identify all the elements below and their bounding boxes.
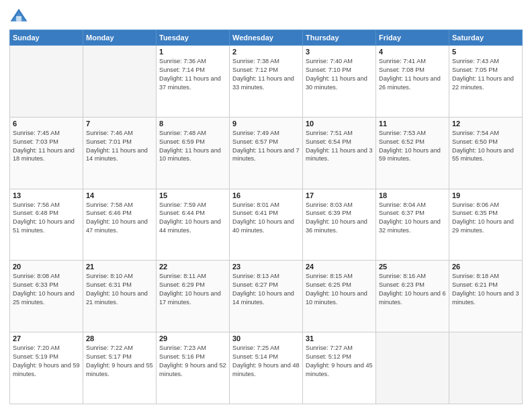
day-info: Sunrise: 7:46 AMSunset: 7:01 PMDaylight:… [86, 129, 153, 164]
day-info: Sunrise: 7:20 AMSunset: 5:19 PMDaylight:… [13, 344, 80, 379]
day-number: 31 [306, 334, 373, 342]
day-info: Sunrise: 7:45 AMSunset: 7:03 PMDaylight:… [13, 129, 80, 164]
day-info: Sunrise: 8:08 AMSunset: 6:33 PMDaylight:… [13, 272, 80, 307]
weekday-header-row: SundayMondayTuesdayWednesdayThursdayFrid… [10, 30, 523, 46]
calendar-cell: 13Sunrise: 7:56 AMSunset: 6:48 PMDayligh… [10, 189, 83, 261]
calendar-cell: 29Sunrise: 7:23 AMSunset: 5:16 PMDayligh… [157, 332, 230, 404]
day-info: Sunrise: 7:49 AMSunset: 6:57 PMDaylight:… [232, 129, 300, 164]
day-info: Sunrise: 7:22 AMSunset: 5:17 PMDaylight:… [86, 344, 153, 379]
day-number: 14 [86, 191, 153, 199]
day-info: Sunrise: 7:43 AMSunset: 7:05 PMDaylight:… [452, 57, 519, 92]
calendar-cell [376, 332, 449, 404]
day-number: 16 [232, 191, 300, 199]
calendar-cell: 8Sunrise: 7:48 AMSunset: 6:59 PMDaylight… [157, 117, 230, 189]
day-number: 12 [452, 120, 519, 128]
day-info: Sunrise: 7:51 AMSunset: 6:54 PMDaylight:… [306, 129, 373, 164]
day-number: 15 [159, 191, 226, 199]
calendar-cell: 3Sunrise: 7:40 AMSunset: 7:10 PMDaylight… [303, 46, 376, 118]
weekday-header-monday: Monday [83, 30, 157, 46]
calendar-cell: 1Sunrise: 7:36 AMSunset: 7:14 PMDaylight… [157, 46, 230, 118]
day-info: Sunrise: 8:15 AMSunset: 6:25 PMDaylight:… [306, 272, 373, 307]
day-info: Sunrise: 8:10 AMSunset: 6:31 PMDaylight:… [86, 272, 153, 307]
weekday-header-tuesday: Tuesday [157, 30, 230, 46]
day-info: Sunrise: 8:04 AMSunset: 6:37 PMDaylight:… [379, 201, 446, 236]
day-info: Sunrise: 8:16 AMSunset: 6:23 PMDaylight:… [379, 272, 446, 307]
weekday-header-sunday: Sunday [10, 30, 83, 46]
day-number: 25 [379, 263, 446, 271]
calendar-cell: 5Sunrise: 7:43 AMSunset: 7:05 PMDaylight… [449, 46, 523, 118]
day-info: Sunrise: 7:56 AMSunset: 6:48 PMDaylight:… [13, 201, 80, 236]
calendar-cell: 18Sunrise: 8:04 AMSunset: 6:37 PMDayligh… [376, 189, 449, 261]
day-info: Sunrise: 7:54 AMSunset: 6:50 PMDaylight:… [452, 129, 519, 164]
day-info: Sunrise: 7:59 AMSunset: 6:44 PMDaylight:… [159, 201, 226, 236]
day-number: 28 [86, 334, 153, 342]
day-number: 10 [306, 120, 373, 128]
day-number: 22 [159, 263, 226, 271]
day-number: 27 [13, 334, 80, 342]
day-info: Sunrise: 7:58 AMSunset: 6:46 PMDaylight:… [86, 201, 153, 236]
calendar-cell: 16Sunrise: 8:01 AMSunset: 6:41 PMDayligh… [230, 189, 303, 261]
day-number: 30 [232, 334, 300, 342]
day-number: 3 [306, 48, 373, 56]
calendar-cell: 6Sunrise: 7:45 AMSunset: 7:03 PMDaylight… [10, 117, 83, 189]
calendar-cell: 2Sunrise: 7:38 AMSunset: 7:12 PMDaylight… [230, 46, 303, 118]
day-number: 5 [452, 48, 519, 56]
day-number: 23 [232, 263, 300, 271]
week-row-4: 20Sunrise: 8:08 AMSunset: 6:33 PMDayligh… [10, 261, 523, 332]
weekday-header-thursday: Thursday [303, 30, 376, 46]
day-info: Sunrise: 7:48 AMSunset: 6:59 PMDaylight:… [159, 129, 226, 164]
logo [9, 7, 31, 26]
day-number: 9 [232, 120, 300, 128]
day-number: 7 [86, 120, 153, 128]
day-number: 1 [159, 48, 226, 56]
calendar-cell: 22Sunrise: 8:11 AMSunset: 6:29 PMDayligh… [157, 261, 230, 332]
weekday-header-friday: Friday [376, 30, 449, 46]
calendar-cell: 12Sunrise: 7:54 AMSunset: 6:50 PMDayligh… [449, 117, 523, 189]
weekday-header-saturday: Saturday [449, 30, 523, 46]
day-number: 29 [159, 334, 226, 342]
day-info: Sunrise: 7:23 AMSunset: 5:16 PMDaylight:… [159, 344, 226, 379]
day-number: 24 [306, 263, 373, 271]
calendar-cell: 25Sunrise: 8:16 AMSunset: 6:23 PMDayligh… [376, 261, 449, 332]
day-info: Sunrise: 7:27 AMSunset: 5:12 PMDaylight:… [306, 344, 373, 379]
calendar-cell: 24Sunrise: 8:15 AMSunset: 6:25 PMDayligh… [303, 261, 376, 332]
day-number: 20 [13, 263, 80, 271]
day-info: Sunrise: 8:13 AMSunset: 6:27 PMDaylight:… [232, 272, 300, 307]
calendar-cell: 10Sunrise: 7:51 AMSunset: 6:54 PMDayligh… [303, 117, 376, 189]
day-info: Sunrise: 8:11 AMSunset: 6:29 PMDaylight:… [159, 272, 226, 307]
calendar-cell: 7Sunrise: 7:46 AMSunset: 7:01 PMDaylight… [83, 117, 157, 189]
calendar-cell: 19Sunrise: 8:06 AMSunset: 6:35 PMDayligh… [449, 189, 523, 261]
day-info: Sunrise: 8:01 AMSunset: 6:41 PMDaylight:… [232, 201, 300, 236]
day-info: Sunrise: 8:18 AMSunset: 6:21 PMDaylight:… [452, 272, 519, 307]
week-row-1: 1Sunrise: 7:36 AMSunset: 7:14 PMDaylight… [10, 46, 523, 118]
week-row-3: 13Sunrise: 7:56 AMSunset: 6:48 PMDayligh… [10, 189, 523, 261]
day-number: 4 [379, 48, 446, 56]
day-number: 18 [379, 191, 446, 199]
calendar-cell: 9Sunrise: 7:49 AMSunset: 6:57 PMDaylight… [230, 117, 303, 189]
day-info: Sunrise: 7:25 AMSunset: 5:14 PMDaylight:… [232, 344, 300, 379]
day-info: Sunrise: 7:53 AMSunset: 6:52 PMDaylight:… [379, 129, 446, 164]
day-number: 13 [13, 191, 80, 199]
weekday-header-wednesday: Wednesday [230, 30, 303, 46]
calendar-cell: 21Sunrise: 8:10 AMSunset: 6:31 PMDayligh… [83, 261, 157, 332]
calendar-cell [83, 46, 157, 118]
day-number: 8 [159, 120, 226, 128]
calendar-cell: 20Sunrise: 8:08 AMSunset: 6:33 PMDayligh… [10, 261, 83, 332]
day-number: 19 [452, 191, 519, 199]
week-row-5: 27Sunrise: 7:20 AMSunset: 5:19 PMDayligh… [10, 332, 523, 404]
calendar-table: SundayMondayTuesdayWednesdayThursdayFrid… [9, 30, 523, 404]
calendar-cell [10, 46, 83, 118]
page: SundayMondayTuesdayWednesdayThursdayFrid… [0, 0, 532, 411]
calendar-cell: 31Sunrise: 7:27 AMSunset: 5:12 PMDayligh… [303, 332, 376, 404]
day-number: 11 [379, 120, 446, 128]
day-number: 17 [306, 191, 373, 199]
day-number: 2 [232, 48, 300, 56]
day-info: Sunrise: 7:36 AMSunset: 7:14 PMDaylight:… [159, 57, 226, 92]
calendar-cell [449, 332, 523, 404]
svg-rect-2 [16, 16, 21, 21]
week-row-2: 6Sunrise: 7:45 AMSunset: 7:03 PMDaylight… [10, 117, 523, 189]
day-info: Sunrise: 7:41 AMSunset: 7:08 PMDaylight:… [379, 57, 446, 92]
calendar-cell: 23Sunrise: 8:13 AMSunset: 6:27 PMDayligh… [230, 261, 303, 332]
calendar-cell: 14Sunrise: 7:58 AMSunset: 6:46 PMDayligh… [83, 189, 157, 261]
calendar-cell: 17Sunrise: 8:03 AMSunset: 6:39 PMDayligh… [303, 189, 376, 261]
